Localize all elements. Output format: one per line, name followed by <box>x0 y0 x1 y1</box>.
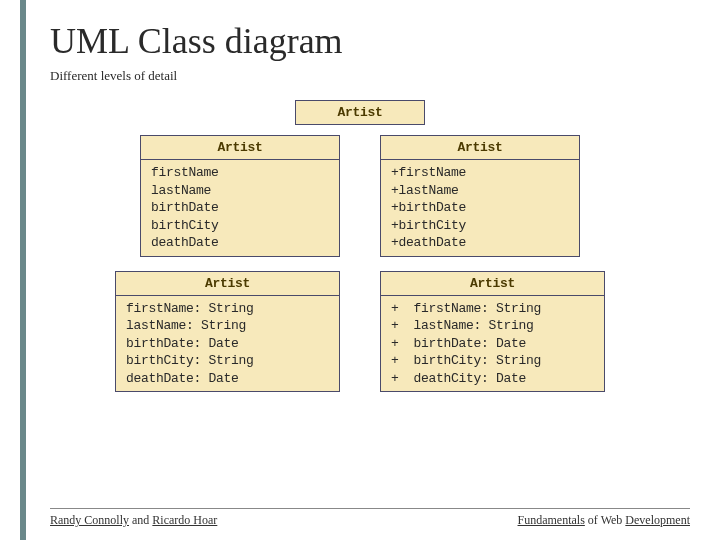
uml-row-bottom: Artist firstName: String lastName: Strin… <box>115 271 605 393</box>
uml-attr: birthCity <box>151 217 329 235</box>
uml-attr-list: +firstName +lastName +birthDate +birthCi… <box>381 160 579 256</box>
footer-book-w1: Fundamentals <box>518 513 585 527</box>
uml-attr: +lastName <box>391 182 569 200</box>
uml-attr: lastName <box>151 182 329 200</box>
uml-class-typed-attrs: Artist firstName: String lastName: Strin… <box>115 271 340 393</box>
uml-attr: +firstName <box>391 164 569 182</box>
uml-attr: + firstName: String <box>391 300 594 318</box>
uml-class-visibility-attrs: Artist +firstName +lastName +birthDate +… <box>380 135 580 257</box>
uml-class-name: Artist <box>296 101 424 124</box>
uml-class-name: Artist <box>116 272 339 296</box>
left-accent-bar <box>20 0 26 540</box>
uml-row-middle: Artist firstName lastName birthDate birt… <box>140 135 580 257</box>
uml-class-name: Artist <box>141 136 339 160</box>
footer-book-mid: of Web <box>585 513 625 527</box>
uml-attr: + birthCity: String <box>391 352 594 370</box>
uml-attr: + lastName: String <box>391 317 594 335</box>
uml-attr: lastName: String <box>126 317 329 335</box>
footer-author1: Randy Connolly <box>50 513 129 527</box>
uml-class-name: Artist <box>381 136 579 160</box>
footer-book: Fundamentals of Web Development <box>518 513 690 528</box>
uml-attr-list: firstName: String lastName: String birth… <box>116 296 339 392</box>
uml-row-top: Artist <box>295 100 425 125</box>
footer-authors: Randy Connolly and Ricardo Hoar <box>50 513 217 528</box>
slide-footer: Randy Connolly and Ricardo Hoar Fundamen… <box>50 508 690 528</box>
page-title: UML Class diagram <box>50 20 670 62</box>
footer-book-w2: Development <box>625 513 690 527</box>
uml-attr: deathDate <box>151 234 329 252</box>
uml-class-visibility-typed-attrs: Artist + firstName: String + lastName: S… <box>380 271 605 393</box>
uml-attr-list: + firstName: String + lastName: String +… <box>381 296 604 392</box>
diagram-area: Artist Artist firstName lastName birthDa… <box>50 100 670 406</box>
uml-attr: firstName: String <box>126 300 329 318</box>
uml-attr: firstName <box>151 164 329 182</box>
uml-attr: + birthDate: Date <box>391 335 594 353</box>
uml-attr: + deathCity: Date <box>391 370 594 388</box>
uml-attr: +birthDate <box>391 199 569 217</box>
uml-attr: birthDate <box>151 199 329 217</box>
footer-author2: Ricardo Hoar <box>152 513 217 527</box>
uml-attr: +deathDate <box>391 234 569 252</box>
uml-attr: birthCity: String <box>126 352 329 370</box>
uml-class-basic-attrs: Artist firstName lastName birthDate birt… <box>140 135 340 257</box>
uml-attr: +birthCity <box>391 217 569 235</box>
uml-class-name-only: Artist <box>295 100 425 125</box>
uml-attr: deathDate: Date <box>126 370 329 388</box>
uml-attr-list: firstName lastName birthDate birthCity d… <box>141 160 339 256</box>
uml-class-name: Artist <box>381 272 604 296</box>
uml-attr: birthDate: Date <box>126 335 329 353</box>
footer-and: and <box>129 513 152 527</box>
page-subtitle: Different levels of detail <box>50 68 670 84</box>
